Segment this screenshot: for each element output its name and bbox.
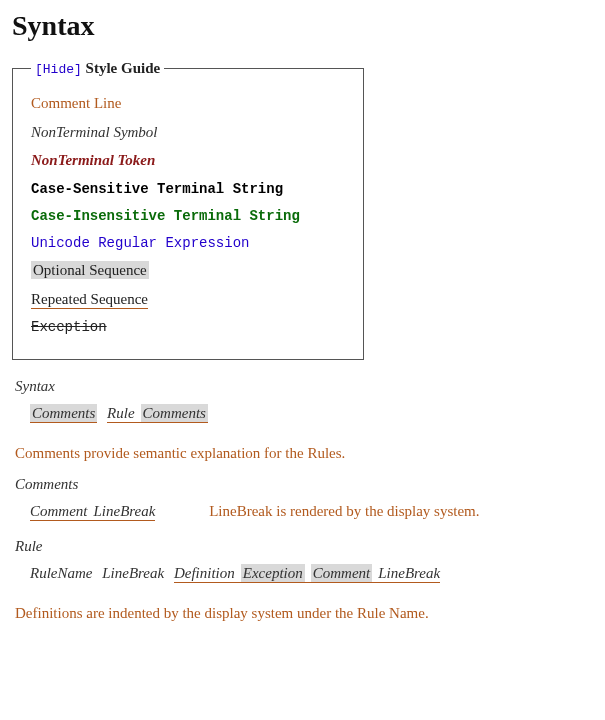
- nt-comment: Comment: [30, 503, 88, 519]
- style-case-sensitive: Case-Sensitive Terminal String: [31, 180, 345, 198]
- style-repeated-seq-row: Repeated Sequence: [31, 290, 345, 310]
- style-case-insensitive: Case-Insensitive Terminal String: [31, 207, 345, 225]
- nt-rulename: RuleName: [30, 565, 92, 581]
- style-repeated-seq: Repeated Sequence: [31, 291, 148, 309]
- comment-text: Comments provide semantic explanation fo…: [15, 445, 593, 462]
- hide-link[interactable]: [Hide]: [35, 62, 82, 77]
- rule-comments: Comments CommentLineBreak LineBreak is r…: [12, 476, 593, 525]
- style-guide-legend: [Hide] Style Guide: [31, 60, 164, 77]
- nt-comment: Comment: [311, 564, 373, 582]
- nt-rule: Rule: [107, 405, 135, 421]
- page-heading: Syntax: [12, 10, 593, 42]
- nt-linebreak: LineBreak: [102, 565, 164, 581]
- style-comment-line: Comment Line: [31, 94, 345, 114]
- nt-exception: Exception: [241, 564, 305, 582]
- style-optional-seq-row: Optional Sequence: [31, 261, 345, 281]
- rule-name: Rule: [15, 538, 593, 555]
- legend-title: Style Guide: [86, 60, 161, 76]
- style-optional-seq: Optional Sequence: [31, 261, 149, 279]
- rule-def: CommentLineBreak LineBreak is rendered b…: [30, 499, 593, 525]
- nt-linebreak: LineBreak: [378, 565, 440, 581]
- nt-comments: Comments: [30, 404, 97, 422]
- nt-linebreak: LineBreak: [94, 503, 156, 519]
- rule-def: RuleName LineBreak DefinitionExceptionCo…: [30, 561, 593, 587]
- style-nonterminal-symbol: NonTerminal Symbol: [31, 123, 345, 143]
- nt-definition: Definition: [174, 565, 235, 581]
- rule-def: Comments RuleComments: [30, 401, 593, 427]
- rule-name: Syntax: [15, 378, 593, 395]
- nt-comments: Comments: [141, 404, 208, 422]
- comment-text: Definitions are indented by the display …: [15, 605, 593, 622]
- rule-name: Comments: [15, 476, 593, 493]
- style-guide-box: [Hide] Style Guide Comment Line NonTermi…: [12, 60, 364, 360]
- rule-rule: Rule RuleName LineBreak DefinitionExcept…: [12, 538, 593, 587]
- style-unicode-re: Unicode Regular Expression: [31, 234, 345, 252]
- style-nonterminal-token: NonTerminal Token: [31, 151, 345, 171]
- style-exception: Exception: [31, 318, 345, 336]
- comment-text: LineBreak is rendered by the display sys…: [209, 503, 479, 519]
- rule-syntax: Syntax Comments RuleComments: [12, 378, 593, 427]
